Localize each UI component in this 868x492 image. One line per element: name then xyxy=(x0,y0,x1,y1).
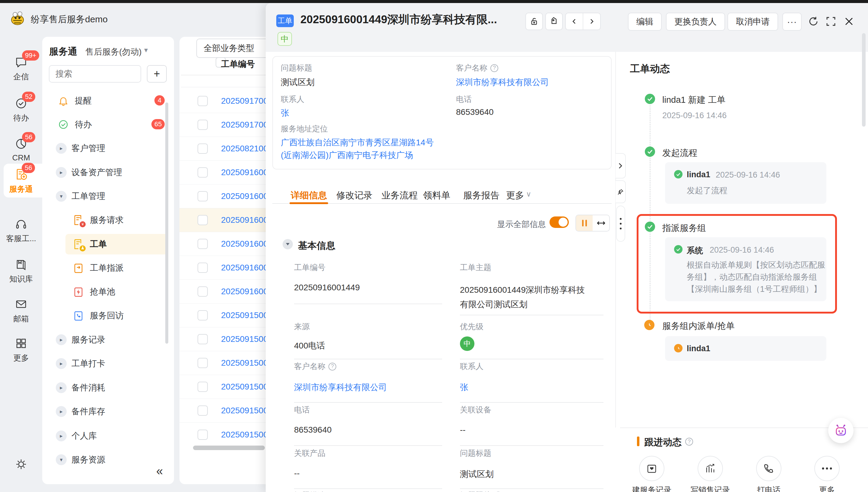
rail-item-fuwutong[interactable]: 56 服务通 xyxy=(0,168,42,194)
table-row[interactable]: 2025091500 xyxy=(179,375,270,399)
row-checkbox[interactable] xyxy=(197,334,208,344)
contact-link[interactable]: 张 xyxy=(281,107,289,119)
row-checkbox[interactable] xyxy=(197,358,208,368)
sidenav-item-grab-pool[interactable]: 抢单池 xyxy=(45,281,167,302)
sidenav-item-service-request[interactable]: ¥ 服务请求 xyxy=(45,210,167,230)
row-checkbox[interactable] xyxy=(197,144,208,154)
tag-button[interactable] xyxy=(545,13,563,30)
rail-item-more[interactable]: 更多 xyxy=(0,337,42,363)
rail-item-zhishiku[interactable]: 知识库 xyxy=(0,258,42,284)
row-checkbox[interactable] xyxy=(197,191,208,201)
workorder-link[interactable]: 2025091600 xyxy=(221,287,268,296)
sidenav-item-service-resource[interactable]: ▾ 服务资源 xyxy=(45,449,167,470)
row-checkbox[interactable] xyxy=(197,96,208,106)
more-actions-button[interactable]: ··· xyxy=(782,13,802,31)
workorder-link[interactable]: 2025091500 xyxy=(221,334,268,344)
workorder-link[interactable]: 2025091700 xyxy=(221,96,268,106)
drag-handle[interactable] xyxy=(616,205,625,242)
sidenav-item-personal-stock[interactable]: ▸ 个人库 xyxy=(45,426,167,446)
table-row[interactable]: 2025091500 xyxy=(179,351,270,375)
row-checkbox[interactable] xyxy=(197,263,208,273)
table-row-selected[interactable]: 2025091600 xyxy=(179,208,270,232)
row-checkbox[interactable] xyxy=(197,310,208,320)
sidenav-item-parts-stock[interactable]: ▸ 备件库存 xyxy=(45,401,167,422)
edit-button[interactable]: 编辑 xyxy=(628,13,662,31)
tab-change-log[interactable]: 修改记录 xyxy=(336,189,372,202)
sidenav-item-customer-mgmt[interactable]: ▸ 客户管理 xyxy=(45,138,167,158)
table-row[interactable]: 2025091500 xyxy=(179,423,270,446)
tab-business-flow[interactable]: 业务流程 xyxy=(382,189,418,202)
assistant-robot-button[interactable] xyxy=(828,418,853,443)
sidenav-item-service-record[interactable]: ▸ 服务记录 xyxy=(45,329,167,350)
next-record-button[interactable] xyxy=(583,13,600,29)
rail-item-todo[interactable]: 52 待办 xyxy=(0,97,42,123)
workorder-link[interactable]: 2025091600 xyxy=(221,192,268,201)
section-collapse-icon[interactable] xyxy=(283,239,293,249)
prev-record-button[interactable] xyxy=(566,13,583,29)
row-checkbox[interactable] xyxy=(197,429,208,440)
table-row[interactable]: 2025091700 xyxy=(179,89,270,113)
pause-layout-button[interactable] xyxy=(576,215,593,231)
workorder-link[interactable]: 2025091600 xyxy=(221,168,268,177)
sidenav-item-workorder[interactable]: 工单 xyxy=(45,234,167,254)
row-checkbox[interactable] xyxy=(197,120,208,130)
tab-service-report[interactable]: 服务报告 xyxy=(463,189,500,202)
row-checkbox[interactable] xyxy=(197,382,208,392)
table-row[interactable]: 2025091600 xyxy=(179,232,270,256)
table-row[interactable]: 2025091500 xyxy=(179,303,270,327)
change-owner-button[interactable]: 更换负责人 xyxy=(666,13,725,31)
sidenav-item-parts-consume[interactable]: ▸ 备件消耗 xyxy=(45,377,167,398)
sidenav-item-punch[interactable]: ▸ 工单打卡 xyxy=(45,353,167,374)
collapse-panel-tab[interactable] xyxy=(616,153,626,178)
workorder-link[interactable]: 2025091500 xyxy=(221,382,268,392)
sidenav-item-dispatch[interactable]: 工单指派 xyxy=(45,258,167,278)
customer-field-link[interactable]: 深圳市纷享科技有限公司 xyxy=(294,382,387,393)
table-row[interactable]: 2025091500 xyxy=(179,327,270,351)
rail-item-qixin[interactable]: 99+ 企信 xyxy=(0,56,42,82)
workorder-link[interactable]: 2025091500 xyxy=(221,406,268,415)
sidenav-item-workorder-mgmt[interactable]: ▾ 工单管理 xyxy=(45,186,167,206)
drawer-scrollbar[interactable] xyxy=(862,33,866,127)
workorder-link[interactable]: 2025091500 xyxy=(221,358,268,368)
tab-detail-info[interactable]: 详细信息 xyxy=(291,189,327,202)
row-checkbox[interactable] xyxy=(197,167,208,177)
table-horizontal-scrollbar[interactable] xyxy=(193,446,265,450)
workorder-link[interactable]: 2025091600 xyxy=(221,215,268,225)
sidenav-item-todo[interactable]: 待办 65 xyxy=(45,114,167,135)
sidenav-item-asset-mgmt[interactable]: ▸ 设备资产管理 xyxy=(45,162,167,183)
workorder-link[interactable]: 2025082100 xyxy=(221,144,268,153)
fullscreen-icon[interactable] xyxy=(826,16,836,28)
pin-panel-tab[interactable] xyxy=(616,180,626,203)
tab-more-caret-icon[interactable]: ∨ xyxy=(526,190,531,198)
table-row[interactable]: 2025091600 xyxy=(179,256,270,280)
show-all-toggle[interactable] xyxy=(550,217,569,228)
create-service-record-button[interactable] xyxy=(639,456,665,481)
rail-item-crm[interactable]: 56 CRM xyxy=(0,138,42,163)
table-row[interactable]: 2025091600 xyxy=(179,184,270,208)
sidenav-caret-down-icon[interactable]: ▾ xyxy=(144,46,148,54)
search-input[interactable] xyxy=(49,65,141,82)
workorder-link[interactable]: 2025091500 xyxy=(221,311,268,320)
write-sales-record-button[interactable] xyxy=(698,456,723,481)
help-icon[interactable]: ? xyxy=(490,64,498,72)
contact-field-link[interactable]: 张 xyxy=(460,382,468,393)
rail-item-mail[interactable]: 邮箱 xyxy=(0,298,42,324)
expand-width-button[interactable] xyxy=(593,215,609,231)
lock-button[interactable] xyxy=(525,13,543,30)
settings-gear-icon[interactable] xyxy=(15,458,28,472)
refresh-icon[interactable] xyxy=(808,16,819,28)
table-row[interactable]: 2025082100 xyxy=(179,137,270,161)
rail-item-kefu[interactable]: 客服工... xyxy=(0,218,42,244)
row-checkbox[interactable] xyxy=(197,405,208,416)
workorder-link[interactable]: 2025091700 xyxy=(221,120,268,130)
workorder-link[interactable]: 2025091500 xyxy=(221,430,268,440)
tab-more[interactable]: 更多 xyxy=(506,189,524,202)
table-row[interactable]: 2025091600 xyxy=(179,161,270,184)
sidenav-scrollbar[interactable] xyxy=(165,102,168,344)
workorder-link[interactable]: 2025091600 xyxy=(221,263,268,273)
cancel-request-button[interactable]: 取消申请 xyxy=(727,13,778,31)
help-icon[interactable]: ? xyxy=(329,363,336,370)
customer-link[interactable]: 深圳市纷享科技有限公司 xyxy=(456,77,549,88)
workorder-link[interactable]: 2025091600 xyxy=(221,239,268,249)
sidenav-collapse-button[interactable]: « xyxy=(156,464,163,478)
